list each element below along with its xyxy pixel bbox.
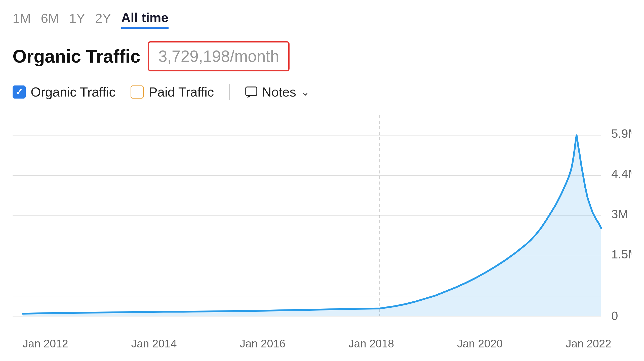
chart-fill xyxy=(23,135,601,316)
metric-label: Organic Traffic xyxy=(13,46,140,67)
notes-button[interactable]: Notes ⌄ xyxy=(245,84,310,100)
paid-traffic-toggle[interactable]: Paid Traffic xyxy=(131,84,214,100)
chart-area: 5.9M 4.4M 3M 1.5M 0 Jan 2012 Jan 2014 Ja… xyxy=(13,115,631,331)
notes-chevron-icon: ⌄ xyxy=(301,86,310,98)
organic-label: Organic Traffic xyxy=(31,84,115,100)
legend-divider xyxy=(229,84,230,100)
x-label-2018: Jan 2018 xyxy=(348,337,394,350)
x-label-2012: Jan 2012 xyxy=(23,337,68,350)
svg-text:5.9M: 5.9M xyxy=(611,127,631,140)
tab-6m[interactable]: 6M xyxy=(41,11,59,28)
notes-label: Notes xyxy=(262,84,296,100)
tab-all-time[interactable]: All time xyxy=(121,10,169,29)
time-range-tabs: 1M 6M 1Y 2Y All time xyxy=(13,10,631,29)
svg-text:3M: 3M xyxy=(611,207,628,221)
tab-1y[interactable]: 1Y xyxy=(69,11,85,28)
organic-checkbox[interactable] xyxy=(13,85,26,99)
legend-row: Organic Traffic Paid Traffic Notes ⌄ xyxy=(13,84,631,100)
notes-icon xyxy=(245,85,258,99)
svg-text:0: 0 xyxy=(611,309,618,323)
svg-rect-0 xyxy=(246,87,257,96)
paid-label: Paid Traffic xyxy=(149,84,214,100)
organic-traffic-toggle[interactable]: Organic Traffic xyxy=(13,84,115,100)
tab-2y[interactable]: 2Y xyxy=(95,11,111,28)
paid-checkbox[interactable] xyxy=(131,85,144,99)
svg-text:1.5M: 1.5M xyxy=(611,248,631,261)
chart-svg: 5.9M 4.4M 3M 1.5M 0 xyxy=(13,115,631,331)
x-label-2022: Jan 2022 xyxy=(566,337,611,350)
tab-1m[interactable]: 1M xyxy=(13,11,31,28)
metric-value-box: 3,729,198/month xyxy=(148,41,289,71)
x-label-2014: Jan 2014 xyxy=(131,337,177,350)
x-axis-labels: Jan 2012 Jan 2014 Jan 2016 Jan 2018 Jan … xyxy=(13,332,631,350)
metric-row: Organic Traffic 3,729,198/month xyxy=(13,41,631,71)
x-label-2016: Jan 2016 xyxy=(240,337,286,350)
x-label-2020: Jan 2020 xyxy=(457,337,503,350)
svg-text:4.4M: 4.4M xyxy=(611,167,631,180)
